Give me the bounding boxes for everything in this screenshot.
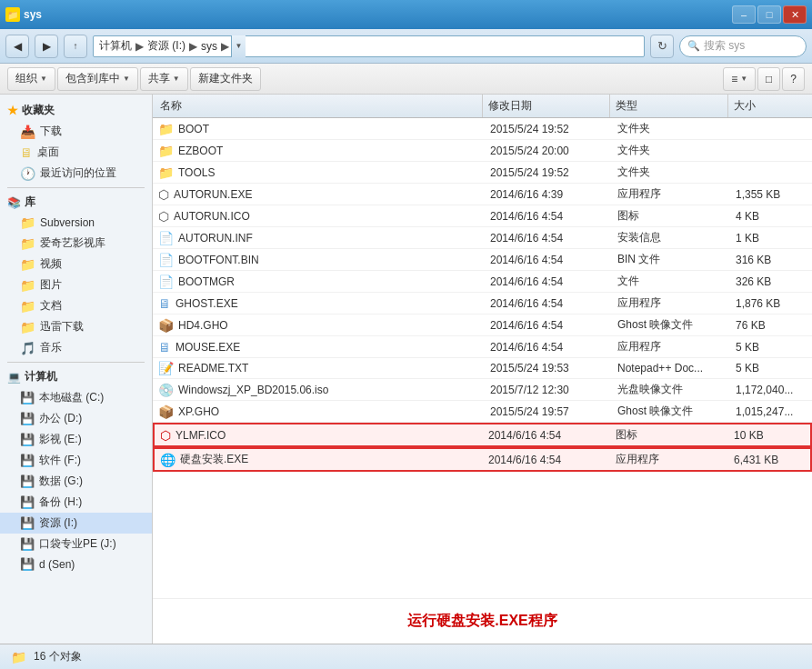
sidebar-divider-2 xyxy=(7,362,145,363)
address-path-text: 计算机 ▶ 资源 (I:) ▶ sys ▶ xyxy=(99,38,231,54)
file-row[interactable]: 📦 HD4.GHO 2014/6/16 4:54 Ghost 映像文件 76 K… xyxy=(153,315,812,336)
file-icon-6: 📄 xyxy=(158,253,174,267)
sidebar-item-drive-c[interactable]: 💾 本地磁盘 (C:) xyxy=(0,387,152,408)
file-row[interactable]: 📄 BOOTFONT.BIN 2014/6/16 4:54 BIN 文件 316… xyxy=(153,249,812,271)
file-row[interactable]: 📄 BOOTMGR 2014/6/16 4:54 文件 326 KB xyxy=(153,271,812,293)
file-row[interactable]: 📄 AUTORUN.INF 2014/6/16 4:54 安装信息 1 KB xyxy=(153,227,812,249)
back-button[interactable]: ◀ xyxy=(5,35,29,58)
path-dropdown-arrow[interactable]: ▼ xyxy=(231,35,246,57)
file-row[interactable]: 📦 XP.GHO 2015/5/24 19:57 Ghost 映像文件 1,01… xyxy=(153,401,812,423)
header-type[interactable]: 类型 xyxy=(610,95,728,117)
new-folder-button[interactable]: 新建文件夹 xyxy=(190,67,261,91)
sidebar-library-header[interactable]: 📚 库 xyxy=(0,192,152,213)
file-cell-type-4: 图标 xyxy=(612,205,730,226)
file-row[interactable]: 🖥 MOUSE.EXE 2014/6/16 4:54 应用程序 5 KB xyxy=(153,336,812,358)
sidebar-item-subversion[interactable]: 📁 Subversion xyxy=(0,213,152,233)
sidebar-favorites-header[interactable]: ★ 收藏夹 xyxy=(0,100,152,121)
share-button[interactable]: 共享 ▼ xyxy=(140,67,188,91)
sidebar-item-recent[interactable]: 🕐 最近访问的位置 xyxy=(0,163,152,184)
sidebar-item-desktop[interactable]: 🖥 桌面 xyxy=(0,142,152,163)
file-cell-type-11: Notepad++ Doc... xyxy=(612,358,730,378)
status-bar: 📁 16 个对象 xyxy=(0,644,812,669)
file-row[interactable]: 📁 BOOT 2015/5/24 19:52 文件夹 xyxy=(153,118,812,140)
address-path[interactable]: 计算机 ▶ 资源 (I:) ▶ sys ▶ ▼ xyxy=(93,35,645,57)
file-cell-name-0: 📁 BOOT xyxy=(153,118,485,139)
sidebar-item-drive-e-label: 影视 (E:) xyxy=(39,432,82,447)
title-bar: 📁 sys – □ ✕ xyxy=(0,0,812,29)
sidebar-item-subversion-label: Subversion xyxy=(40,216,95,229)
up-button[interactable]: ↑ xyxy=(64,35,87,58)
file-cell-size-8: 1,876 KB xyxy=(730,293,812,314)
drive-i-icon: 💾 xyxy=(20,516,35,530)
file-headers: 名称 修改日期 类型 大小 xyxy=(153,95,812,118)
file-row[interactable]: 📁 TOOLS 2015/5/24 19:52 文件夹 xyxy=(153,162,812,184)
forward-button[interactable]: ▶ xyxy=(35,35,58,58)
organize-button[interactable]: 组织 ▼ xyxy=(7,67,55,91)
file-cell-date-1: 2015/5/24 20:00 xyxy=(485,140,612,161)
sidebar-item-pictures[interactable]: 📁 图片 xyxy=(0,275,152,295)
file-row[interactable]: 📝 README.TXT 2015/5/24 19:53 Notepad++ D… xyxy=(153,358,812,379)
file-row[interactable]: 🖥 GHOST.EXE 2014/6/16 4:54 应用程序 1,876 KB xyxy=(153,293,812,315)
library-icon: 📚 xyxy=(7,196,21,209)
sidebar-item-pictures-label: 图片 xyxy=(40,277,62,293)
video-icon: 📁 xyxy=(20,257,35,272)
include-library-button[interactable]: 包含到库中 ▼ xyxy=(57,67,138,91)
layout-icon: □ xyxy=(766,73,772,85)
minimize-button[interactable]: – xyxy=(732,5,756,24)
sidebar-item-download[interactable]: 📥 下载 xyxy=(0,121,152,142)
sidebar-item-xunlei-label: 迅雷下载 xyxy=(40,319,84,334)
file-row[interactable]: ⬡ YLMF.ICO 2014/6/16 4:54 图标 10 KB xyxy=(153,423,812,447)
sidebar-item-drive-e[interactable]: 💾 影视 (E:) xyxy=(0,429,152,450)
sidebar-item-aiqiyi[interactable]: 📁 爱奇艺影视库 xyxy=(0,233,152,254)
search-box[interactable]: 🔍 搜索 sys xyxy=(679,35,807,57)
header-size[interactable]: 大小 xyxy=(728,95,810,117)
sidebar-item-xunlei[interactable]: 📁 迅雷下载 xyxy=(0,316,152,337)
view-button[interactable]: ≡ ▼ xyxy=(723,67,756,91)
file-row[interactable]: ⬡ AUTORUN.ICO 2014/6/16 4:54 图标 4 KB xyxy=(153,205,812,227)
main-area: ★ 收藏夹 📥 下载 🖥 桌面 🕐 最近访问的位置 📚 库 xyxy=(0,95,812,644)
sidebar-computer-header[interactable]: 💻 计算机 xyxy=(0,366,152,387)
sidebar-library-label: 库 xyxy=(25,195,35,210)
file-cell-size-0 xyxy=(730,118,812,139)
help-button[interactable]: ? xyxy=(782,67,805,91)
file-row[interactable]: 🌐 硬盘安装.EXE 2014/6/16 4:54 应用程序 6,431 KB xyxy=(153,447,812,472)
file-row[interactable]: ⬡ AUTORUN.EXE 2014/6/16 4:39 应用程序 1,355 … xyxy=(153,184,812,205)
organize-label: 组织 xyxy=(15,71,37,86)
file-icon-11: 📝 xyxy=(158,361,174,375)
sidebar-item-drive-d[interactable]: 💾 办公 (D:) xyxy=(0,408,152,429)
sidebar-item-drive-h[interactable]: 💾 备份 (H:) xyxy=(0,492,152,513)
header-date[interactable]: 修改日期 xyxy=(483,95,610,117)
file-icon-15: 🌐 xyxy=(160,453,175,467)
close-button[interactable]: ✕ xyxy=(783,5,807,24)
file-name-text-5: AUTORUN.INF xyxy=(178,232,253,245)
file-row[interactable]: 💿 Windowszj_XP_BD2015.06.iso 2015/7/12 1… xyxy=(153,379,812,401)
file-cell-name-8: 🖥 GHOST.EXE xyxy=(153,293,485,314)
sidebar-item-drive-d2[interactable]: 💾 d (Sen) xyxy=(0,554,152,574)
refresh-button[interactable]: ↻ xyxy=(650,35,674,58)
sidebar-item-drive-g[interactable]: 💾 数据 (G:) xyxy=(0,471,152,492)
search-icon: 🔍 xyxy=(687,40,700,52)
file-cell-date-11: 2015/5/24 19:53 xyxy=(485,358,612,378)
sidebar-item-drive-j[interactable]: 💾 口袋专业PE (J:) xyxy=(0,534,152,554)
sidebar-item-drive-i-label: 资源 (I:) xyxy=(39,515,77,531)
file-name-text-4: AUTORUN.ICO xyxy=(174,210,250,223)
file-name-text-13: XP.GHO xyxy=(178,405,219,418)
file-icon-12: 💿 xyxy=(158,383,174,397)
file-cell-type-13: Ghost 映像文件 xyxy=(612,401,730,422)
file-cell-name-4: ⬡ AUTORUN.ICO xyxy=(153,205,485,226)
file-cell-date-14: 2014/6/16 4:54 xyxy=(483,424,610,445)
header-name[interactable]: 名称 xyxy=(155,95,483,117)
file-cell-size-2 xyxy=(730,162,812,183)
layout-button[interactable]: □ xyxy=(757,67,780,91)
file-name-text-6: BOOTFONT.BIN xyxy=(178,254,259,266)
file-icon-14: ⬡ xyxy=(160,428,171,443)
maximize-button[interactable]: □ xyxy=(757,5,781,24)
sidebar-item-music[interactable]: 🎵 音乐 xyxy=(0,337,152,358)
help-icon: ? xyxy=(790,73,797,85)
file-row[interactable]: 📁 EZBOOT 2015/5/24 20:00 文件夹 xyxy=(153,140,812,162)
sidebar-item-documents[interactable]: 📁 文档 xyxy=(0,295,152,316)
sidebar-item-drive-f[interactable]: 💾 软件 (F:) xyxy=(0,450,152,471)
file-name-text-7: BOOTMGR xyxy=(178,275,235,288)
sidebar-item-video[interactable]: 📁 视频 xyxy=(0,254,152,275)
sidebar-item-drive-i[interactable]: 💾 资源 (I:) xyxy=(0,513,152,534)
